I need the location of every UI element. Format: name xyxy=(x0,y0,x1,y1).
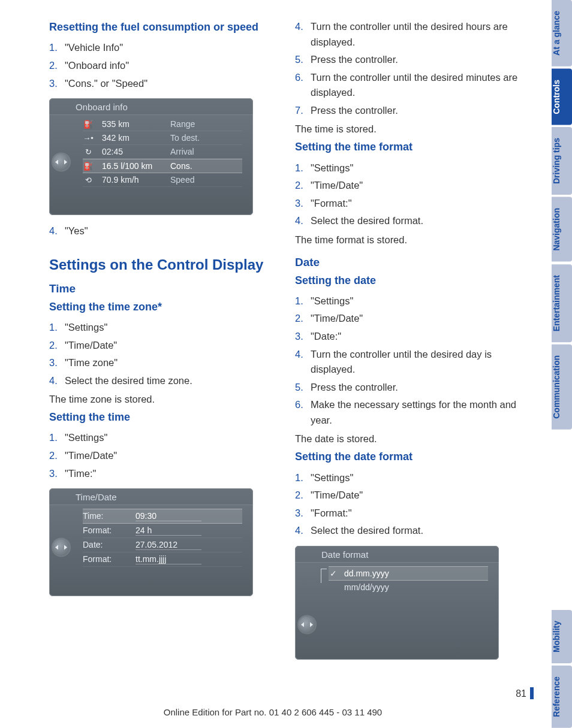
heading-set-date: Setting the date xyxy=(295,274,523,288)
consumption-icon: ⛽ xyxy=(83,162,94,171)
tab-entertainment[interactable]: Entertainment xyxy=(552,264,572,342)
tab-reference[interactable]: Reference xyxy=(552,666,572,728)
page-number: 81 xyxy=(0,687,534,699)
onboard-info-screenshot: Onboard info ⛽535 kmRange →•342 kmTo des… xyxy=(49,98,253,215)
time-date-screenshot: Time/Date Time:09:30 Format:24 h Date:27… xyxy=(49,488,253,596)
tab-controls[interactable]: Controls xyxy=(552,69,572,125)
heading-time-format: Setting the time format xyxy=(295,140,523,154)
timezone-note: The time zone is stored. xyxy=(49,392,277,407)
date-format-steps: 1."Settings" 2."Time/Date" 3."Format:" 4… xyxy=(295,470,523,539)
heading-settings-display: Settings on the Control Display xyxy=(49,256,277,274)
footer-text: Online Edition for Part no. 01 40 2 606 … xyxy=(0,707,546,717)
heading-date: Date xyxy=(295,256,523,269)
time-format-note: The time format is stored. xyxy=(295,232,523,247)
callout-bracket-icon xyxy=(321,569,327,583)
right-column: 4.Turn the controller until the desired … xyxy=(295,17,523,668)
time-steps-continued: 4.Turn the controller until the desired … xyxy=(295,19,523,118)
tab-at-a-glance[interactable]: At a glance xyxy=(552,0,572,67)
reset-steps: 1."Vehicle Info" 2."Onboard info" 3."Con… xyxy=(49,40,277,91)
heading-time: Time xyxy=(49,282,277,295)
tab-navigation[interactable]: Navigation xyxy=(552,197,572,262)
controller-knob-icon xyxy=(53,539,70,556)
date-format-screenshot: Date format ✓dd.mm.yyyy mm/dd/yyyy xyxy=(295,546,499,660)
reset-step-4: 4."Yes" xyxy=(49,223,277,239)
left-column: Resetting the fuel consumption or speed … xyxy=(49,17,277,668)
heading-set-time: Setting the time xyxy=(49,410,277,424)
tab-mobility[interactable]: Mobility xyxy=(552,610,572,663)
date-steps: 1."Settings" 2."Time/Date" 3."Date:" 4.T… xyxy=(295,294,523,428)
fuel-icon: ⛽ xyxy=(83,120,94,129)
time-stored-note: The time is stored. xyxy=(295,122,523,137)
destination-icon: →• xyxy=(83,134,94,143)
controller-knob-icon xyxy=(53,153,70,170)
heading-date-format: Setting the date format xyxy=(295,450,523,464)
check-icon: ✓ xyxy=(329,569,338,578)
date-stored-note: The date is stored. xyxy=(295,431,523,446)
heading-reset: Resetting the fuel consumption or speed xyxy=(49,20,277,34)
speed-icon: ⟲ xyxy=(83,176,94,185)
chapter-tabs: At a glance Controls Driving tips Naviga… xyxy=(552,0,572,728)
controller-knob-icon xyxy=(299,617,315,633)
tab-communication[interactable]: Communication xyxy=(552,345,572,430)
time-steps: 1."Settings" 2."Time/Date" 3."Time:" xyxy=(49,430,277,481)
timezone-steps: 1."Settings" 2."Time/Date" 3."Time zone"… xyxy=(49,320,277,388)
heading-timezone: Setting the time zone* xyxy=(49,300,277,314)
time-format-steps: 1."Settings" 2."Time/Date" 3."Format:" 4… xyxy=(295,161,523,229)
clock-icon: ↻ xyxy=(83,147,94,156)
tab-driving-tips[interactable]: Driving tips xyxy=(552,127,572,195)
